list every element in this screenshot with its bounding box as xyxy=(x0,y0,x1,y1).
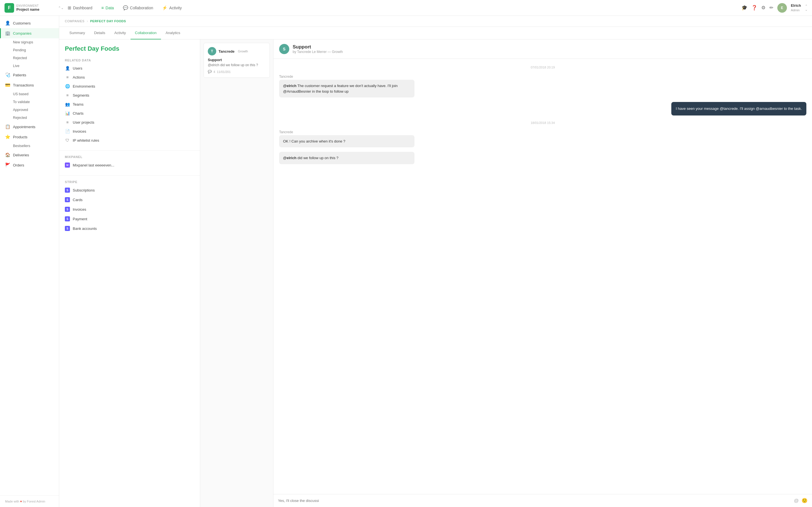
stripe-badge-cards: S xyxy=(65,197,70,202)
related-item-invoices[interactable]: 📄 Invoices xyxy=(59,127,200,136)
related-item-teams[interactable]: 👥 Teams xyxy=(59,100,200,109)
chat-bubble-right-1: I have seen your message @tancrede. I'll… xyxy=(671,102,806,115)
nav-label-activity: Activity xyxy=(169,6,182,10)
chat-input[interactable] xyxy=(278,499,791,503)
settings-icon[interactable]: ⚙ xyxy=(761,5,765,11)
collaboration-icon: 💬 xyxy=(123,5,128,10)
breadcrumb-parent[interactable]: COMPANIES xyxy=(65,19,85,23)
related-item-actions[interactable]: ≡ Actions xyxy=(59,73,200,82)
mention-4: @elrich xyxy=(283,156,296,160)
sidebar-item-companies[interactable]: 🏢 Companies xyxy=(0,28,59,38)
ip-whitelist-icon: 🛡 xyxy=(65,138,70,143)
stripe-item-subscriptions[interactable]: S Subscriptions xyxy=(59,185,200,195)
nav-item-collaboration[interactable]: 💬 Collaboration xyxy=(119,3,157,13)
related-item-users[interactable]: 👤 Users xyxy=(59,64,200,73)
sidebar-label-orders: Orders xyxy=(13,163,24,167)
charts-icon: 📊 xyxy=(65,111,70,115)
tab-details[interactable]: Details xyxy=(90,27,110,40)
chat-timestamp-2: 18/01/2018 15:34 xyxy=(279,121,806,124)
tab-activity[interactable]: Activity xyxy=(110,27,130,40)
brand-project: Project name xyxy=(16,7,55,11)
tab-summary[interactable]: Summary xyxy=(65,27,90,40)
sidebar-item-customers[interactable]: 👤 Customers xyxy=(0,18,59,28)
breadcrumb: COMPANIES › PERFECT DAY FOODS xyxy=(59,16,812,27)
tab-collaboration[interactable]: Collaboration xyxy=(131,27,161,40)
stripe-badge-invoices: S xyxy=(65,207,70,212)
related-data-label: RELATED DATA xyxy=(59,55,200,64)
sidebar-item-transactions[interactable]: 💳 Transactions xyxy=(0,80,59,90)
sidebar-sub-rejected2[interactable]: Rejected xyxy=(0,114,59,122)
chat-messages: 07/01/2018 20:19 Tancrede @elrich The cu… xyxy=(273,59,812,494)
chat-panel: S Support by Tancrede Le Merrer — Growth… xyxy=(273,40,812,507)
sidebar-item-products[interactable]: ⭐ Products xyxy=(0,132,59,142)
stripe-item-cards[interactable]: S Cards xyxy=(59,195,200,205)
user-chevron-icon[interactable]: ⌃⌄ xyxy=(805,4,808,11)
chat-title: Support xyxy=(293,44,343,50)
nav-right: 🎓 ❓ ⚙ ✏ E Elrich Admin ⌃⌄ xyxy=(742,3,808,13)
thread-date: 11/01/201 xyxy=(217,70,231,73)
chat-header-avatar: S xyxy=(279,44,289,54)
tab-analytics[interactable]: Analytics xyxy=(161,27,185,40)
mixpanel-item[interactable]: M Mixpanel last eeeeeven... xyxy=(59,160,200,170)
transactions-icon: 💳 xyxy=(5,82,10,88)
nav-item-dashboard[interactable]: ⊞ Dashboard xyxy=(64,3,96,13)
environments-icon: 🌐 xyxy=(65,84,70,89)
chat-text-4: did we follow up on this ? xyxy=(297,156,338,160)
brand-icon: F xyxy=(4,3,14,13)
nav-items: ⊞ Dashboard ≡ Data 💬 Collaboration ⚡ Act… xyxy=(64,3,742,13)
emoji-icon[interactable]: 🙂 xyxy=(802,498,808,504)
chat-input-area: @ 🙂 xyxy=(273,494,812,507)
sidebar-sub-approved[interactable]: Approved xyxy=(0,106,59,114)
collab-thread[interactable]: T Tancrede Growth Support @elrich did we… xyxy=(204,43,270,78)
chat-header-info: Support by Tancrede Le Merrer — Growth xyxy=(293,44,343,54)
sidebar-item-appointments[interactable]: 📋 Appointments xyxy=(0,122,59,132)
teams-icon: 👥 xyxy=(65,102,70,107)
sidebar-item-deliveries[interactable]: 🏠 Deliveries xyxy=(0,150,59,160)
related-item-ip-whitelist[interactable]: 🛡 IP whitelist rules xyxy=(59,136,200,145)
sidebar-sub-live[interactable]: Live xyxy=(0,62,59,70)
stripe-badge-bank: S xyxy=(65,226,70,231)
two-panel: Perfect Day Foods RELATED DATA 👤 Users ≡… xyxy=(59,40,812,507)
stripe-item-bank-accounts[interactable]: S Bank accounts xyxy=(59,224,200,233)
stripe-item-invoices[interactable]: S Invoices xyxy=(59,205,200,214)
nav-item-data[interactable]: ≡ Data xyxy=(98,3,118,12)
related-item-segments[interactable]: ≡ Segments xyxy=(59,91,200,100)
nav-item-activity[interactable]: ⚡ Activity xyxy=(158,3,186,13)
sidebar-label-transactions: Transactions xyxy=(13,83,34,87)
at-icon[interactable]: @ xyxy=(794,498,799,504)
related-item-user-projects[interactable]: ≡ User projects xyxy=(59,118,200,127)
sidebar-sub-new-signups[interactable]: New signups xyxy=(0,38,59,46)
invoices-icon: 📄 xyxy=(65,129,70,133)
sidebar-label-companies: Companies xyxy=(13,31,32,36)
sidebar-item-patients[interactable]: 🩺 Patients xyxy=(0,70,59,80)
data-icon: ≡ xyxy=(101,5,104,10)
company-header: Perfect Day Foods xyxy=(59,40,200,55)
stripe-section: STRIPE S Subscriptions S Cards S Invoice… xyxy=(59,177,200,238)
related-item-environments[interactable]: 🌐 Environments xyxy=(59,82,200,91)
sidebar-sub-rejected[interactable]: Rejected xyxy=(0,54,59,62)
related-item-charts[interactable]: 📊 Charts xyxy=(59,109,200,118)
comment-icon: 💬 xyxy=(208,70,212,73)
stripe-badge-s: S xyxy=(65,187,70,193)
sidebar-label-patients: Patients xyxy=(13,73,26,77)
segments-icon: ≡ xyxy=(65,93,70,98)
sidebar-section-main: 👤 Customers 🏢 Companies New signups Pend… xyxy=(0,16,59,172)
customers-icon: 👤 xyxy=(5,20,10,25)
sidebar-label-customers: Customers xyxy=(13,21,31,25)
sidebar-sub-to-validate[interactable]: To validate xyxy=(0,98,59,106)
dashboard-icon: ⊞ xyxy=(68,5,71,10)
hat-icon[interactable]: 🎓 xyxy=(742,5,748,11)
mixpanel-label: MIXPANEL xyxy=(59,152,200,160)
stripe-item-payment[interactable]: S Payment xyxy=(59,214,200,224)
main-layout: 👤 Customers 🏢 Companies New signups Pend… xyxy=(0,16,812,507)
comment-count: 4 xyxy=(213,70,215,73)
sidebar-sub-bestsellers[interactable]: Bestsellers xyxy=(0,142,59,150)
sidebar-sub-pending[interactable]: Pending xyxy=(0,46,59,54)
help-icon[interactable]: ❓ xyxy=(751,5,757,11)
sidebar-sub-us-based[interactable]: US based xyxy=(0,90,59,98)
brand[interactable]: F ENVIRONMENT Project name ⌃⌄ xyxy=(4,3,64,13)
sidebar-item-orders[interactable]: 🚩 Orders xyxy=(0,160,59,170)
edit-icon[interactable]: ✏ xyxy=(769,5,773,11)
chat-message-4: @elrich did we follow up on this ? xyxy=(279,152,806,164)
sidebar-label-products: Products xyxy=(13,135,28,139)
